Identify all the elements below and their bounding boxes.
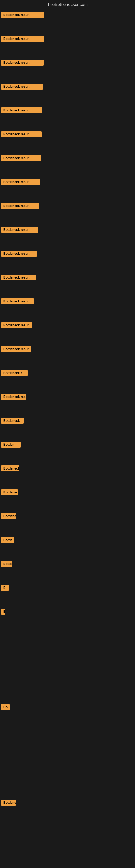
- bar-row-6: Bottleneck result: [0, 129, 135, 152]
- bar-row-11: Bottleneck result: [0, 248, 135, 272]
- bar-row-12: Bottleneck result: [0, 272, 135, 296]
- bottleneck-bar-24: Bottleneck: [1, 561, 12, 567]
- bottleneck-bar-4: Bottleneck result: [1, 84, 43, 90]
- bottleneck-bar-19: Bottlen: [1, 442, 20, 447]
- bars-container: Bottleneck resultBottleneck resultBottle…: [0, 9, 135, 868]
- bar-row-26: B: [0, 606, 135, 630]
- bar-row-21: Bottlenec: [0, 487, 135, 510]
- bar-row-3: Bottleneck result: [0, 57, 135, 81]
- bar-row-8: Bottleneck result: [0, 176, 135, 200]
- bar-row-25: B: [0, 582, 135, 606]
- bottleneck-bar-3: Bottleneck result: [1, 60, 44, 66]
- bar-row-15: Bottleneck result: [0, 343, 135, 367]
- site-title: TheBottlenecker.com: [0, 0, 135, 9]
- bottleneck-bar-21: Bottlenec: [1, 489, 18, 495]
- bottleneck-bar-12: Bottleneck result: [1, 275, 36, 280]
- bar-row-19: Bottlen: [0, 439, 135, 463]
- bottleneck-bar-13: Bottleneck result: [1, 299, 34, 304]
- bar-row-2: Bottleneck result: [0, 33, 135, 57]
- bottleneck-bar-15: Bottleneck result: [1, 346, 31, 352]
- bar-row-34: Bottleneck r: [0, 797, 135, 821]
- bottleneck-bar-25: B: [1, 585, 9, 591]
- bar-row-23: Bottle: [0, 534, 135, 558]
- bar-row-35: [0, 821, 135, 845]
- bottleneck-bar-18: Bottleneck: [1, 418, 24, 424]
- bottleneck-bar-1: Bottleneck result: [1, 12, 44, 18]
- bottleneck-bar-26: B: [1, 609, 5, 615]
- bottleneck-bar-8: Bottleneck result: [1, 179, 40, 185]
- bar-row-1: Bottleneck result: [0, 9, 135, 33]
- bar-row-20: Bottleneck: [0, 463, 135, 487]
- bottleneck-bar-5: Bottleneck result: [1, 107, 42, 113]
- bar-row-29: [0, 678, 135, 702]
- site-header: TheBottlenecker.com: [0, 0, 135, 9]
- bottleneck-bar-11: Bottleneck result: [1, 251, 37, 257]
- bar-row-14: Bottleneck result: [0, 319, 135, 343]
- bar-row-5: Bottleneck result: [0, 105, 135, 129]
- bottleneck-bar-22: Bottleneck r: [1, 513, 16, 519]
- bar-row-10: Bottleneck result: [0, 224, 135, 248]
- bottleneck-bar-9: Bottleneck result: [1, 203, 39, 209]
- bar-row-30: Bo: [0, 702, 135, 725]
- bar-row-22: Bottleneck r: [0, 510, 135, 534]
- bar-row-27: [0, 630, 135, 654]
- bottleneck-bar-7: Bottleneck result: [1, 155, 41, 161]
- bar-row-33: [0, 773, 135, 797]
- bar-row-17: Bottleneck res: [0, 391, 135, 415]
- bottleneck-bar-20: Bottleneck: [1, 465, 19, 471]
- bottleneck-bar-10: Bottleneck result: [1, 227, 38, 233]
- bar-row-24: Bottleneck: [0, 558, 135, 582]
- bar-row-32: [0, 749, 135, 773]
- bottleneck-bar-2: Bottleneck result: [1, 36, 44, 42]
- bar-row-7: Bottleneck result: [0, 152, 135, 176]
- bottleneck-bar-14: Bottleneck result: [1, 322, 32, 328]
- bar-row-18: Bottleneck: [0, 415, 135, 439]
- bottleneck-bar-17: Bottleneck res: [1, 394, 26, 400]
- bottleneck-bar-23: Bottle: [1, 537, 14, 543]
- bar-row-9: Bottleneck result: [0, 200, 135, 224]
- bottleneck-bar-16: Bottleneck r: [1, 370, 28, 376]
- bottleneck-bar-6: Bottleneck result: [1, 131, 42, 137]
- bar-row-31: [0, 725, 135, 749]
- bottleneck-bar-34: Bottleneck r: [1, 800, 16, 806]
- bar-row-13: Bottleneck result: [0, 296, 135, 319]
- bar-row-4: Bottleneck result: [0, 81, 135, 105]
- bar-row-28: [0, 654, 135, 678]
- bottleneck-bar-30: Bo: [1, 704, 10, 710]
- bar-row-36: [0, 845, 135, 868]
- bar-row-16: Bottleneck r: [0, 367, 135, 391]
